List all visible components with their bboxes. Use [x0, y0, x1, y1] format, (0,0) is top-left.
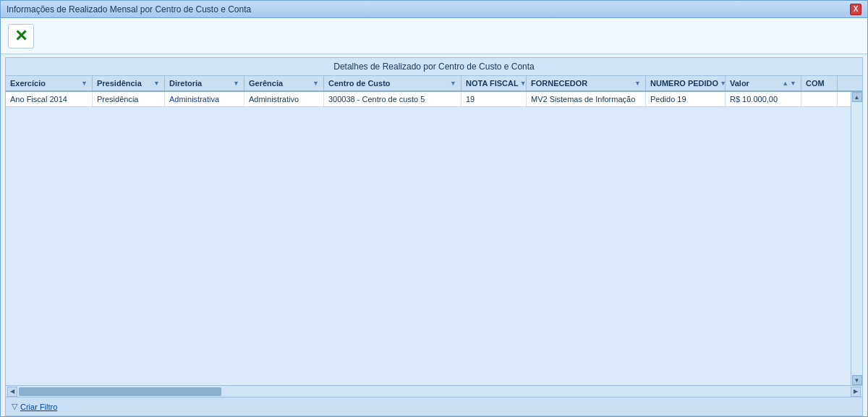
col-label-gerencia: Gerência [249, 79, 283, 88]
cell-exercicio: Ano Fiscal 2014 [6, 92, 93, 106]
grid-body: Ano Fiscal 2014 Presidência Administrati… [6, 92, 862, 385]
vertical-scrollbar[interactable]: ▲ ▼ [851, 92, 862, 385]
col-label-presidencia: Presidência [97, 79, 142, 88]
cell-numero: Pedido 19 [646, 92, 726, 106]
dropdown-arrow-nota[interactable]: ▼ [520, 80, 527, 87]
col-header-numero[interactable]: NUMERO PEDIDO ▼ [646, 76, 726, 90]
filter-icon: ▽ [12, 402, 17, 411]
dropdown-arrow-numero[interactable]: ▼ [720, 80, 726, 87]
dropdown-arrow-diretoria[interactable]: ▼ [233, 80, 239, 87]
export-excel-button[interactable] [8, 24, 34, 49]
dropdown-arrow-centro[interactable]: ▼ [450, 80, 456, 87]
cell-com [801, 92, 838, 106]
content-area: Detalhes de Realizado por Centro de Cust… [5, 57, 863, 416]
grid-header: Exercício ▼ Presidência ▼ Diretoria ▼ Ge… [6, 76, 862, 92]
close-button[interactable]: X [850, 4, 861, 15]
col-header-diretoria[interactable]: Diretoria ▼ [165, 76, 244, 90]
dropdown-arrow-fornecedor[interactable]: ▼ [634, 80, 641, 87]
cell-nota: 19 [461, 92, 527, 106]
dropdown-arrow-gerencia[interactable]: ▼ [312, 80, 319, 87]
scroll-left-arrow[interactable]: ◀ [7, 387, 17, 397]
horizontal-scrollbar[interactable]: ◀ ▶ [6, 385, 862, 397]
window-title: Informações de Realizado Mensal por Cent… [7, 4, 251, 14]
cell-valor: R$ 10.000,00 [726, 92, 801, 106]
col-label-diretoria: Diretoria [169, 79, 202, 88]
cell-fornecedor: MV2 Sistemas de Informação [527, 92, 646, 106]
col-header-centro[interactable]: Centro de Custo ▼ [324, 76, 461, 90]
col-label-centro: Centro de Custo [328, 79, 391, 88]
col-label-valor: Valor [730, 79, 749, 88]
col-label-exercicio: Exercício [10, 79, 46, 88]
scrollbar-track-v [851, 102, 862, 375]
create-filter-link[interactable]: Criar Filtro [20, 403, 57, 411]
col-header-fornecedor[interactable]: FORNECEDOR ▼ [527, 76, 646, 90]
toolbar [1, 18, 867, 54]
cell-presidencia: Presidência [93, 92, 165, 106]
title-bar: Informações de Realizado Mensal por Cent… [1, 1, 867, 18]
scroll-track-h [19, 387, 849, 396]
scroll-thumb-h[interactable] [19, 387, 221, 396]
col-header-nota[interactable]: NOTA FISCAL ▼ [461, 76, 527, 90]
col-header-com[interactable]: COM [801, 76, 838, 90]
dropdown-arrow-presidencia[interactable]: ▼ [153, 80, 160, 87]
main-window: Informações de Realizado Mensal por Cent… [0, 0, 868, 417]
cell-diretoria: Administrativa [165, 92, 244, 106]
col-header-valor[interactable]: Valor ▲ ▼ [726, 76, 801, 90]
cell-gerencia: Administrativo [244, 92, 324, 106]
col-label-com: COM [806, 79, 825, 88]
filter-bar: ▽ Criar Filtro [6, 397, 862, 416]
scrollbar-down-arrow[interactable]: ▼ [852, 375, 862, 385]
col-label-nota: NOTA FISCAL [466, 79, 519, 88]
excel-icon [11, 26, 31, 46]
col-label-fornecedor: FORNECEDOR [531, 79, 587, 88]
sort-arrow-valor[interactable]: ▲ [782, 80, 788, 87]
dropdown-arrow-valor[interactable]: ▼ [790, 80, 796, 87]
col-header-exercicio[interactable]: Exercício ▼ [6, 76, 93, 90]
scroll-right-arrow[interactable]: ▶ [851, 387, 861, 397]
table-row[interactable]: Ano Fiscal 2014 Presidência Administrati… [6, 92, 862, 107]
scrollbar-up-arrow[interactable]: ▲ [852, 92, 862, 102]
col-label-numero: NUMERO PEDIDO [650, 79, 718, 88]
cell-centro: 300038 - Centro de custo 5 [324, 92, 461, 106]
col-header-gerencia[interactable]: Gerência ▼ [244, 76, 324, 90]
col-header-presidencia[interactable]: Presidência ▼ [93, 76, 165, 90]
dropdown-arrow-exercicio[interactable]: ▼ [81, 80, 88, 87]
section-header: Detalhes de Realizado por Centro de Cust… [6, 58, 862, 76]
